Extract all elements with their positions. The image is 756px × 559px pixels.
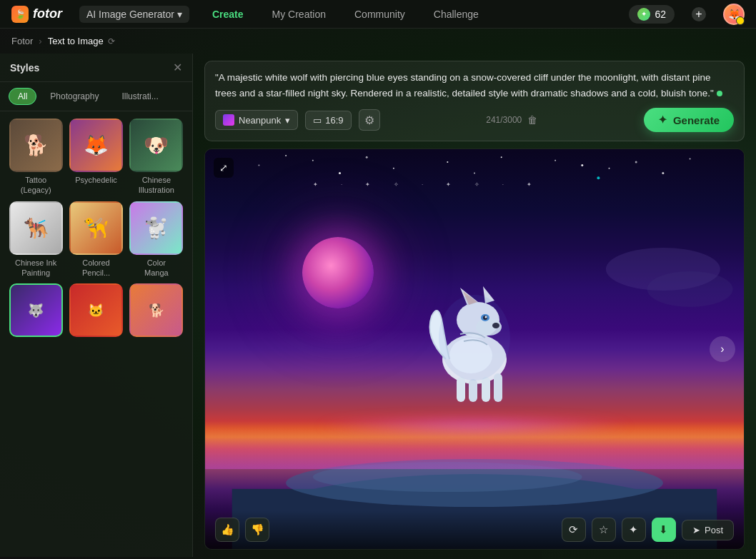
tab-photography[interactable]: Photography: [41, 88, 108, 105]
chevron-down-icon: ▾: [285, 115, 290, 126]
breadcrumb-separator: ›: [39, 36, 41, 46]
add-credits-button[interactable]: +: [692, 7, 706, 21]
style-thumb-tattoo: 🐕: [9, 119, 63, 172]
neanpunk-icon: [223, 114, 234, 126]
logo[interactable]: 🍃 fotor: [11, 6, 62, 23]
expand-icon: ⤢: [219, 162, 228, 173]
style-chinese-ink[interactable]: 🐕‍🦺 Chinese InkPainting: [9, 201, 63, 278]
svg-point-6: [662, 172, 664, 174]
action-right: ⟳ ☆ ✦ ⬇ ➤ Post: [562, 518, 734, 542]
style-selector-label: Neanpunk: [239, 115, 281, 126]
breadcrumb-root[interactable]: Fotor: [11, 36, 33, 46]
breadcrumb: Fotor › Text to Image ⟳: [0, 29, 756, 54]
content-area: "A majestic white wolf with piercing blu…: [193, 54, 756, 557]
style-label-psychedelic: Psychedelic: [75, 175, 117, 185]
dislike-icon: 👎: [251, 523, 264, 536]
plus-icon: +: [695, 8, 702, 21]
like-button[interactable]: 👍: [215, 518, 239, 542]
svg-rect-40: [469, 379, 477, 402]
style-thumb-item9: 🐕: [129, 283, 183, 337]
download-button[interactable]: ⬇: [652, 518, 676, 542]
close-sidebar-button[interactable]: ✕: [173, 61, 182, 74]
enhance-button[interactable]: ✦: [622, 518, 646, 542]
action-bar: 👍 👎 ⟳ ☆ ✦: [205, 510, 744, 549]
char-count: 241/3000 🗑: [486, 114, 537, 126]
credits-button[interactable]: ✦ 62: [629, 5, 675, 24]
generate-icon: ✦: [658, 114, 667, 126]
sidebar: Styles ✕ All Photography Illustrati... 🐕…: [0, 54, 193, 557]
tab-illustration[interactable]: Illustrati...: [112, 88, 167, 105]
svg-point-43: [439, 295, 510, 381]
dislike-button[interactable]: 👎: [245, 518, 269, 542]
credits-icon: ✦: [637, 8, 650, 21]
styles-grid: 🐕 Tattoo(Legacy) 🦊 Psychedelic 🐶 Chinese…: [0, 111, 192, 347]
breadcrumb-current: Text to Image ⟳: [48, 36, 115, 46]
tab-all[interactable]: All: [9, 88, 36, 105]
delete-prompt-button[interactable]: 🗑: [527, 114, 537, 126]
ratio-button[interactable]: ▭ 16:9: [305, 111, 351, 130]
image-area: › ⤢ 👍 👎: [204, 148, 745, 550]
star-icon: ☆: [599, 523, 608, 536]
prompt-box[interactable]: "A majestic white wolf with piercing blu…: [204, 61, 745, 141]
post-button[interactable]: ➤ Post: [682, 520, 734, 540]
svg-point-15: [597, 176, 600, 179]
ai-generator-label: AI Image Generator: [86, 9, 174, 20]
credits-count: 62: [655, 9, 666, 20]
svg-point-11: [312, 160, 314, 161]
prompt-cursor: [717, 91, 722, 96]
prompt-footer: Neanpunk ▾ ▭ 16:9 ⚙ 241/3000 🗑: [215, 108, 734, 132]
prompt-controls: Neanpunk ▾ ▭ 16:9 ⚙: [215, 109, 380, 131]
generate-button[interactable]: ✦ Generate: [644, 108, 734, 132]
svg-point-27: [313, 462, 582, 492]
style-thumb-color-manga: 🐩: [129, 201, 183, 255]
wolf-svg: [403, 266, 546, 409]
nav-my-creation[interactable]: My Creation: [267, 6, 332, 23]
style-psychedelic[interactable]: 🦊 Psychedelic: [69, 119, 123, 196]
generate-label: Generate: [673, 114, 720, 126]
ai-generator-dropdown[interactable]: AI Image Generator ▾: [79, 6, 189, 23]
remix-button[interactable]: ⟳: [562, 518, 586, 542]
svg-point-1: [554, 160, 556, 161]
style-colored-pencil[interactable]: 🦮 ColoredPencil...: [69, 201, 123, 278]
expand-image-button[interactable]: ⤢: [214, 158, 234, 178]
svg-point-13: [258, 165, 259, 166]
style-chinese-illustration[interactable]: 🐶 ChineseIllustration: [129, 119, 184, 196]
avatar[interactable]: 🦊: [723, 4, 745, 25]
next-image-button[interactable]: ›: [710, 336, 735, 362]
svg-point-0: [581, 164, 583, 166]
action-left: 👍 👎: [215, 518, 269, 542]
style-label-chinese-ink: Chinese InkPainting: [15, 258, 56, 278]
nav-create[interactable]: Create: [207, 6, 249, 23]
settings-icon: ⚙: [364, 114, 374, 127]
style-label-tattoo: Tattoo(Legacy): [21, 175, 51, 196]
svg-point-16: [606, 248, 720, 291]
prompt-text[interactable]: "A majestic white wolf with piercing blu…: [215, 70, 734, 101]
style-selector-dropdown[interactable]: Neanpunk ▾: [215, 110, 298, 130]
style-item-9[interactable]: 🐕: [129, 283, 184, 340]
nav-community[interactable]: Community: [349, 6, 411, 23]
svg-point-26: [286, 459, 663, 507]
style-thumb-chinese-illus: 🐶: [129, 119, 183, 172]
header: 🍃 fotor AI Image Generator ▾ Create My C…: [0, 0, 756, 29]
style-item-8[interactable]: 🐱: [69, 283, 123, 340]
style-thumb-chinese-ink: 🐕‍🦺: [9, 201, 63, 255]
style-thumb-item8: 🐱: [69, 283, 123, 337]
style-color-manga[interactable]: 🐩 ColorManga: [129, 201, 184, 278]
like-icon: 👍: [221, 523, 234, 536]
svg-point-17: [647, 271, 733, 307]
logo-text: fotor: [33, 6, 62, 21]
favorite-button[interactable]: ☆: [592, 518, 616, 542]
post-icon: ➤: [692, 525, 700, 535]
svg-rect-41: [482, 377, 490, 402]
settings-button[interactable]: ⚙: [359, 109, 380, 131]
styles-header: Styles ✕: [0, 54, 192, 82]
refresh-icon[interactable]: ⟳: [108, 36, 115, 46]
nav-challenge[interactable]: Challenge: [428, 6, 484, 23]
style-neonpunk-selected[interactable]: 🐺: [9, 283, 63, 340]
remix-icon: ⟳: [569, 523, 578, 536]
svg-rect-42: [494, 373, 502, 402]
style-thumb-psychedelic: 🦊: [69, 119, 123, 172]
char-count-text: 241/3000: [486, 115, 522, 125]
style-tattoo[interactable]: 🐕 Tattoo(Legacy): [9, 119, 63, 196]
style-label-chinese-illus: ChineseIllustration: [139, 175, 174, 196]
